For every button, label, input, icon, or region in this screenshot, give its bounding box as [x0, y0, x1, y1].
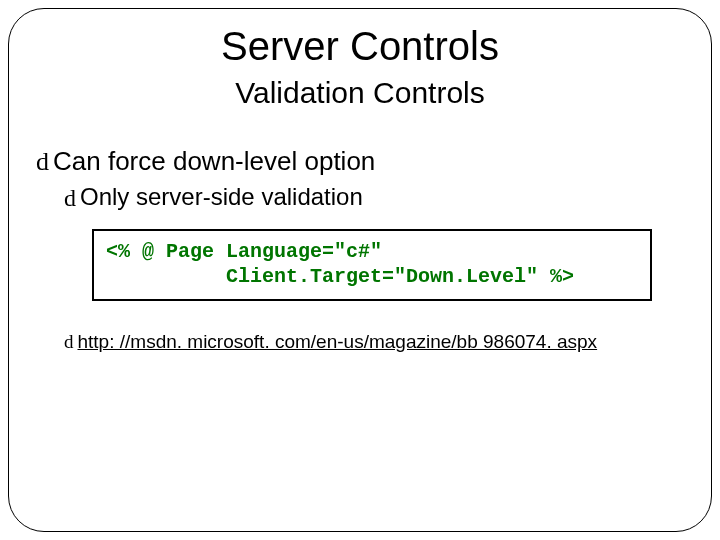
bullet-glyph-icon: d — [64, 186, 76, 210]
bullet-link: d http: //msdn. microsoft. com/en-us/mag… — [64, 331, 684, 353]
slide-body: d Can force down-level option d Only ser… — [36, 146, 684, 353]
slide-subtitle: Validation Controls — [0, 76, 720, 110]
bullet-level-1: d Can force down-level option — [36, 146, 684, 177]
bullet-text: Can force down-level option — [53, 146, 375, 177]
code-box: <% @ Page Language="c#" Client.Target="D… — [92, 229, 652, 301]
bullet-level-2: d Only server-side validation — [64, 183, 684, 211]
reference-link[interactable]: http: //msdn. microsoft. com/en-us/magaz… — [78, 331, 598, 353]
slide-title: Server Controls — [0, 24, 720, 69]
bullet-glyph-icon: d — [36, 149, 49, 175]
code-line: Client.Target="Down.Level" %> — [106, 264, 638, 289]
code-line: <% @ Page Language="c#" — [106, 239, 638, 264]
slide: Server Controls Validation Controls d Ca… — [0, 0, 720, 540]
bullet-glyph-icon: d — [64, 332, 74, 351]
bullet-text: Only server-side validation — [80, 183, 363, 211]
